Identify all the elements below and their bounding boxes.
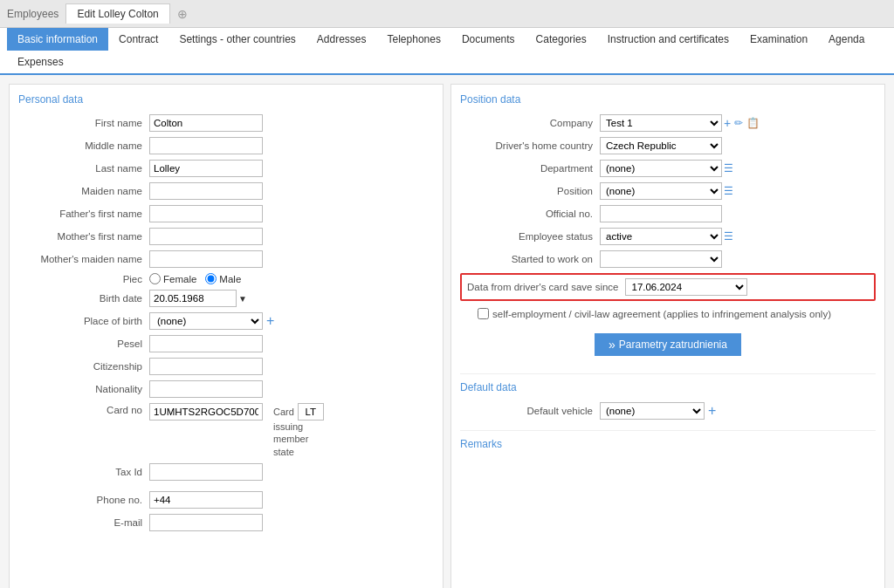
place-of-birth-add-button[interactable]: +	[263, 313, 278, 329]
tab-telephones[interactable]: Telephones	[377, 28, 451, 51]
mothers-name-input[interactable]	[149, 228, 263, 245]
card-issuing-info: Card issuingmemberstate	[268, 403, 324, 458]
department-select[interactable]: (none)	[600, 160, 722, 177]
drivers-home-country-row: Driver's home country Czech Republic	[460, 137, 876, 154]
card-state-input[interactable]	[298, 403, 324, 420]
parametry-button[interactable]: » Parametry zatrudnienia	[595, 333, 741, 356]
data-from-card-row: Data from driver's card save since 17.06…	[460, 273, 876, 301]
position-label: Position	[460, 186, 600, 196]
phone-no-row: Phone no.	[18, 491, 434, 509]
piec-radio-group: Female Male	[149, 273, 241, 284]
nav-tabs: Basic information Contract Settings - ot…	[0, 28, 894, 75]
started-to-work-select[interactable]	[600, 250, 722, 268]
card-no-input[interactable]	[149, 403, 263, 420]
self-employment-checkbox[interactable]	[478, 308, 489, 319]
position-row: Position (none) ☰	[460, 182, 876, 200]
personal-data-title: Personal data	[18, 93, 434, 106]
default-data-title: Default data	[460, 381, 876, 393]
last-name-input[interactable]	[149, 160, 263, 177]
tax-id-row: Tax Id	[18, 463, 434, 481]
official-no-row: Official no.	[460, 205, 876, 222]
remarks-section: Remarks	[460, 430, 876, 450]
company-add-button[interactable]: +	[722, 114, 732, 132]
maiden-name-label: Maiden name	[18, 186, 149, 196]
middle-name-input[interactable]	[149, 137, 263, 154]
default-vehicle-add-button[interactable]: +	[705, 403, 719, 419]
right-panel: Position data Company Test 1 + ✏ 📋 Drive…	[450, 84, 885, 588]
birth-date-dropdown-icon[interactable]: ▼	[238, 294, 247, 304]
remarks-title: Remarks	[460, 438, 876, 450]
female-radio[interactable]	[149, 273, 161, 284]
parametry-arrows-icon: »	[609, 338, 615, 352]
app-name: Employees	[7, 8, 58, 20]
tab-basic-information[interactable]: Basic information	[7, 28, 108, 51]
department-menu-button[interactable]: ☰	[722, 161, 735, 176]
position-select[interactable]: (none)	[600, 182, 722, 200]
company-select[interactable]: Test 1	[600, 114, 722, 132]
tab-instruction-certificates[interactable]: Instruction and certificates	[597, 28, 739, 51]
fathers-name-input[interactable]	[149, 205, 263, 222]
position-data-title: Position data	[460, 93, 876, 106]
parametry-button-container: » Parametry zatrudnienia	[460, 326, 876, 363]
citizenship-input[interactable]	[149, 358, 263, 375]
default-vehicle-select[interactable]: (none)	[600, 402, 705, 420]
position-menu-button[interactable]: ☰	[722, 183, 735, 199]
mothers-maiden-name-input[interactable]	[149, 250, 263, 268]
default-vehicle-row: Default vehicle (none) +	[460, 402, 876, 420]
add-tab-icon[interactable]: ⊕	[177, 7, 188, 21]
tab-agenda[interactable]: Agenda	[818, 28, 875, 51]
company-copy-button[interactable]: 📋	[745, 115, 761, 131]
mothers-maiden-name-label: Mother's maiden name	[18, 254, 149, 264]
employee-status-row: Employee status active ☰	[460, 228, 876, 245]
tab-settings-other-countries[interactable]: Settings - other countries	[168, 28, 306, 51]
official-no-input[interactable]	[600, 205, 722, 222]
top-bar: Employees Edit Lolley Colton ⊕	[0, 0, 894, 28]
tab-contract[interactable]: Contract	[108, 28, 168, 51]
maiden-name-input[interactable]	[149, 182, 263, 200]
self-employment-label: self-employment / civil-law agreement (a…	[492, 309, 831, 319]
female-radio-label[interactable]: Female	[149, 273, 196, 284]
employee-status-select[interactable]: active	[600, 228, 722, 245]
company-label: Company	[460, 118, 600, 128]
employee-status-label: Employee status	[460, 231, 600, 242]
department-label: Department	[460, 163, 600, 174]
first-name-input[interactable]	[149, 114, 263, 132]
mothers-name-row: Mother's first name	[18, 228, 434, 245]
drivers-home-country-label: Driver's home country	[460, 140, 600, 151]
current-tab[interactable]: Edit Lolley Colton	[65, 3, 169, 24]
phone-no-input[interactable]	[149, 491, 263, 509]
pesel-row: Pesel	[18, 335, 434, 352]
place-of-birth-row: Place of birth (none) +	[18, 312, 434, 330]
started-to-work-label: Started to work on	[460, 254, 600, 264]
birth-date-label: Birth date	[18, 293, 149, 304]
tab-addresses[interactable]: Addresses	[306, 28, 377, 51]
citizenship-row: Citizenship	[18, 358, 434, 375]
birth-date-input[interactable]	[149, 290, 237, 307]
pesel-input[interactable]	[149, 335, 263, 352]
started-to-work-row: Started to work on	[460, 250, 876, 268]
first-name-row: First name	[18, 114, 434, 132]
tab-documents[interactable]: Documents	[451, 28, 526, 51]
male-radio[interactable]	[205, 273, 217, 284]
tax-id-input[interactable]	[149, 463, 263, 481]
tab-expenses[interactable]: Expenses	[7, 51, 74, 73]
male-radio-label[interactable]: Male	[205, 273, 241, 284]
company-edit-button[interactable]: ✏	[732, 115, 745, 131]
place-of-birth-select[interactable]: (none)	[149, 312, 263, 330]
nationality-row: Nationality	[18, 380, 434, 398]
piec-row: Piec Female Male	[18, 273, 434, 284]
middle-name-row: Middle name	[18, 137, 434, 154]
employee-status-menu-button[interactable]: ☰	[722, 229, 735, 244]
data-from-card-select[interactable]: 17.06.2024	[625, 278, 747, 296]
email-input[interactable]	[149, 514, 263, 531]
place-of-birth-label: Place of birth	[18, 316, 149, 326]
middle-name-label: Middle name	[18, 140, 149, 151]
tab-categories[interactable]: Categories	[526, 28, 597, 51]
card-no-label: Card no	[18, 403, 149, 415]
fathers-name-label: Father's first name	[18, 209, 149, 219]
drivers-home-country-select[interactable]: Czech Republic	[600, 137, 722, 154]
birth-date-row: Birth date ▼	[18, 290, 434, 307]
card-issuing-text: issuingmemberstate	[273, 421, 308, 457]
nationality-input[interactable]	[149, 380, 263, 398]
tab-examination[interactable]: Examination	[739, 28, 818, 51]
